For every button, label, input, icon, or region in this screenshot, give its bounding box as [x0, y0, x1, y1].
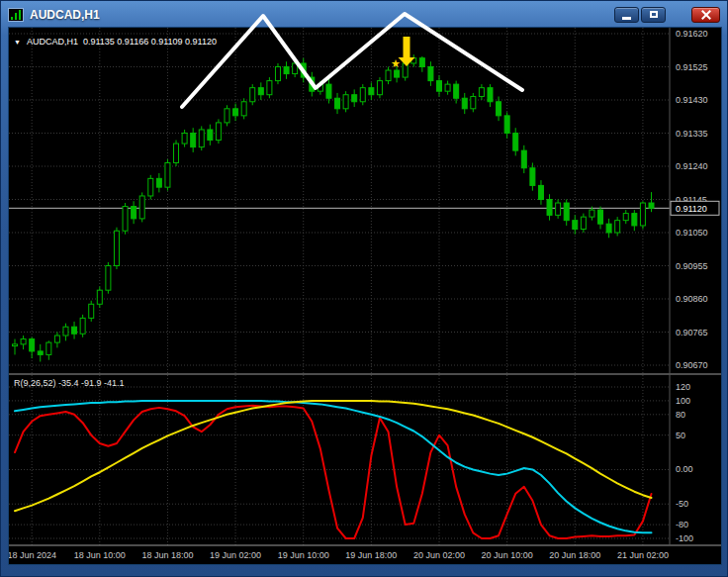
- svg-text:0.00: 0.00: [676, 464, 693, 474]
- title-bar[interactable]: AUDCAD,H1: [1, 1, 727, 28]
- svg-text:-50: -50: [676, 499, 688, 509]
- svg-text:18 Jun 2024: 18 Jun 2024: [9, 550, 56, 560]
- minimize-button[interactable]: [614, 7, 639, 23]
- svg-text:0.90860: 0.90860: [676, 294, 708, 304]
- svg-text:20 Jun 10:00: 20 Jun 10:00: [482, 550, 533, 560]
- indicator-scale[interactable]: 12010080500.00-50-80-100: [676, 382, 693, 543]
- svg-text:100: 100: [676, 396, 690, 406]
- svg-text:0.90765: 0.90765: [676, 328, 708, 337]
- symbol-dropdown-icon[interactable]: ▼: [14, 39, 21, 46]
- svg-text:20 Jun 18:00: 20 Jun 18:00: [549, 550, 600, 560]
- svg-text:-100: -100: [676, 533, 693, 543]
- svg-text:19 Jun 10:00: 19 Jun 10:00: [278, 550, 329, 560]
- svg-text:0.91335: 0.91335: [676, 129, 708, 139]
- slow-line: [15, 401, 652, 511]
- svg-text:0.91525: 0.91525: [676, 62, 708, 72]
- price-axis[interactable]: 0.916200.915250.914300.913350.912400.911…: [671, 29, 719, 370]
- ohlc-text: AUDCAD,H1 0.91135 0.91166 0.91109 0.9112…: [27, 37, 217, 47]
- time-axis[interactable]: 18 Jun 202418 Jun 10:0018 Jun 18:0019 Ju…: [9, 550, 669, 560]
- minimize-icon: [622, 17, 631, 20]
- svg-text:0.91430: 0.91430: [676, 95, 708, 105]
- app-icon: [8, 8, 24, 22]
- svg-text:0.91050: 0.91050: [676, 228, 708, 238]
- chart-ohlc-header: ▼ AUDCAD,H1 0.91135 0.91166 0.91109 0.91…: [14, 37, 217, 47]
- svg-text:19 Jun 02:00: 19 Jun 02:00: [210, 550, 261, 560]
- svg-text:19 Jun 18:00: 19 Jun 18:00: [345, 550, 397, 560]
- restore-icon: [650, 11, 658, 18]
- restore-button[interactable]: [641, 7, 666, 23]
- svg-text:80: 80: [676, 410, 685, 420]
- close-icon: [700, 9, 712, 21]
- svg-text:0.90955: 0.90955: [676, 261, 708, 271]
- svg-text:18 Jun 18:00: 18 Jun 18:00: [141, 550, 193, 560]
- chart-area: 0.916200.915250.914300.913350.912400.911…: [9, 28, 721, 564]
- svg-text:50: 50: [676, 431, 685, 440]
- window-controls: [612, 7, 720, 23]
- svg-text:0.91620: 0.91620: [676, 29, 708, 39]
- window-title: AUDCAD,H1: [30, 8, 100, 22]
- svg-text:120: 120: [676, 382, 690, 392]
- svg-text:0.91240: 0.91240: [676, 161, 708, 171]
- svg-text:21 Jun 02:00: 21 Jun 02:00: [617, 550, 669, 560]
- chart-canvas[interactable]: 0.916200.915250.914300.913350.912400.911…: [9, 28, 721, 564]
- svg-text:0.91120: 0.91120: [676, 204, 707, 214]
- fast-line: [15, 406, 652, 538]
- svg-text:-80: -80: [676, 520, 688, 529]
- close-button[interactable]: [691, 7, 720, 23]
- mt4-chart-window: AUDCAD,H1 0.916200.915250.914300.913350.…: [0, 0, 728, 577]
- svg-text:18 Jun 10:00: 18 Jun 10:00: [74, 550, 126, 560]
- indicator-label: R(9,26,52) -35.4 -91.9 -41.1: [14, 378, 125, 388]
- svg-text:20 Jun 02:00: 20 Jun 02:00: [413, 550, 465, 560]
- svg-text:0.90670: 0.90670: [676, 360, 708, 370]
